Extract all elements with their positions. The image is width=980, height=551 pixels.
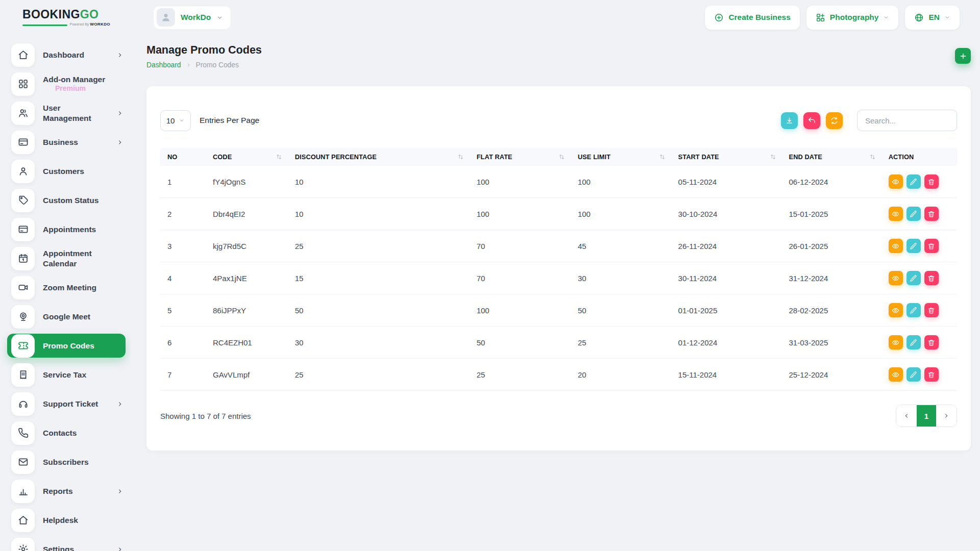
sidebar-item-custom-status[interactable]: Custom Status <box>11 188 124 212</box>
language-selector[interactable]: EN <box>905 6 960 30</box>
sidebar-item-label: Customers <box>43 166 84 176</box>
workspace-selector[interactable]: WorkDo <box>153 6 231 30</box>
promo-codes-table: NOCODEDISCOUNT PERCENTAGEFLAT RATEUSE LI… <box>160 148 957 391</box>
add-promo-code-button[interactable] <box>955 48 971 64</box>
create-business-button[interactable]: Create Business <box>705 6 799 30</box>
cell-use-limit: 45 <box>571 230 671 262</box>
tag-icon <box>11 189 35 212</box>
breadcrumb-dashboard-link[interactable]: Dashboard <box>146 61 181 69</box>
undo-icon <box>807 116 816 125</box>
sidebar-item-promo-codes[interactable]: Promo Codes <box>7 334 126 358</box>
headphones-icon <box>11 392 35 416</box>
sidebar-item-user-management[interactable]: User Management <box>11 101 124 125</box>
sidebar-item-settings[interactable]: Settings <box>11 537 124 551</box>
users-icon <box>11 102 35 125</box>
edit-button[interactable] <box>906 335 921 349</box>
cell-no: 7 <box>160 359 206 391</box>
edit-button[interactable] <box>906 303 921 317</box>
sidebar-item-dashboard[interactable]: Dashboard <box>11 43 124 67</box>
previous-page-button[interactable] <box>896 405 917 427</box>
sidebar-item-add-on-manager[interactable]: Add-on ManagerPremium <box>11 72 124 96</box>
edit-button[interactable] <box>906 271 921 285</box>
delete-button[interactable] <box>924 207 939 221</box>
sidebar-item-label: Service Tax <box>43 370 86 380</box>
business-type-selector[interactable]: Photography <box>806 6 899 30</box>
sidebar-item-label: Reports <box>43 486 73 496</box>
delete-button[interactable] <box>924 303 939 317</box>
cell-start-date: 05-11-2024 <box>671 166 782 198</box>
view-button[interactable] <box>889 174 903 189</box>
premium-badge: Premium <box>43 84 105 93</box>
sidebar-item-contacts[interactable]: Contacts <box>11 421 124 445</box>
sidebar-item-label: Business <box>43 137 78 147</box>
view-button[interactable] <box>889 335 903 349</box>
cell-start-date: 30-10-2024 <box>671 198 782 230</box>
current-page-number[interactable]: 1 <box>917 405 936 427</box>
view-button[interactable] <box>889 271 903 285</box>
sort-icon <box>275 153 283 161</box>
cell-end-date: 06-12-2024 <box>782 166 881 198</box>
pencil-icon <box>910 210 917 218</box>
cell-use-limit: 20 <box>571 359 671 391</box>
cell-flat-rate: 70 <box>470 230 571 262</box>
cell-flat-rate: 70 <box>470 262 571 294</box>
cell-use-limit: 50 <box>571 294 671 327</box>
cell-flat-rate: 100 <box>470 198 571 230</box>
delete-button[interactable] <box>924 367 939 382</box>
sidebar-item-reports[interactable]: Reports <box>11 479 124 503</box>
cell-discount-percentage: 10 <box>288 198 470 230</box>
cell-start-date: 01-12-2024 <box>671 327 782 359</box>
phone-icon <box>11 421 35 445</box>
edit-button[interactable] <box>906 207 921 221</box>
view-button[interactable] <box>889 367 903 382</box>
trash-icon <box>927 274 935 282</box>
delete-button[interactable] <box>924 174 939 189</box>
showing-entries-text: Showing 1 to 7 of 7 entries <box>160 412 251 420</box>
column-header-discount-percentage[interactable]: DISCOUNT PERCENTAGE <box>288 148 470 166</box>
view-button[interactable] <box>889 303 903 317</box>
sidebar-item-business[interactable]: Business <box>11 130 124 154</box>
cell-end-date: 25-12-2024 <box>782 359 881 391</box>
view-button[interactable] <box>889 207 903 221</box>
sort-icon <box>769 153 777 161</box>
edit-button[interactable] <box>906 239 921 253</box>
delete-button[interactable] <box>924 335 939 349</box>
search-input[interactable] <box>857 110 957 131</box>
sidebar-item-appointments[interactable]: Appointments <box>11 217 124 241</box>
delete-button[interactable] <box>924 271 939 285</box>
delete-button[interactable] <box>924 239 939 253</box>
column-header-flat-rate[interactable]: FLAT RATE <box>470 148 571 166</box>
table-header-row: NOCODEDISCOUNT PERCENTAGEFLAT RATEUSE LI… <box>160 148 957 166</box>
cell-end-date: 31-12-2024 <box>782 262 881 294</box>
table-row: 44Pax1jNE15703030-11-202431-12-2024 <box>160 262 957 294</box>
sidebar-item-google-meet[interactable]: Google Meet <box>11 305 124 329</box>
reset-button[interactable] <box>803 112 820 129</box>
view-button[interactable] <box>889 239 903 253</box>
cell-discount-percentage: 30 <box>288 327 470 359</box>
refresh-button[interactable] <box>826 112 843 129</box>
column-header-end-date[interactable]: END DATE <box>782 148 881 166</box>
sidebar-item-customers[interactable]: Customers <box>11 159 124 183</box>
sidebar-item-appointment-calendar[interactable]: Appointment Calendar <box>11 246 124 270</box>
entries-per-page-select[interactable]: 10 <box>160 110 191 131</box>
edit-button[interactable] <box>906 174 921 189</box>
edit-button[interactable] <box>906 367 921 382</box>
next-page-button[interactable] <box>936 405 957 427</box>
sort-icon <box>658 153 666 161</box>
export-download-button[interactable] <box>781 112 798 129</box>
sidebar-item-helpdesk[interactable]: Helpdesk <box>11 508 124 532</box>
sidebar-item-zoom-meeting[interactable]: Zoom Meeting <box>11 276 124 299</box>
cell-discount-percentage: 25 <box>288 359 470 391</box>
sidebar-item-service-tax[interactable]: Service Tax <box>11 363 124 387</box>
workspace-name: WorkDo <box>181 13 211 22</box>
webcam-icon <box>11 305 35 329</box>
sidebar-item-subscribers[interactable]: Subscribers <box>11 450 124 474</box>
cell-action <box>881 262 957 294</box>
column-header-start-date[interactable]: START DATE <box>671 148 782 166</box>
column-header-code[interactable]: CODE <box>206 148 288 166</box>
cell-start-date: 15-11-2024 <box>671 359 782 391</box>
sidebar-item-support-ticket[interactable]: Support Ticket <box>11 392 124 416</box>
column-header-use-limit[interactable]: USE LIMIT <box>571 148 671 166</box>
logo-powered-by: Powered By WORKDO <box>70 22 110 27</box>
breadcrumb: Dashboard Promo Codes <box>146 61 262 69</box>
